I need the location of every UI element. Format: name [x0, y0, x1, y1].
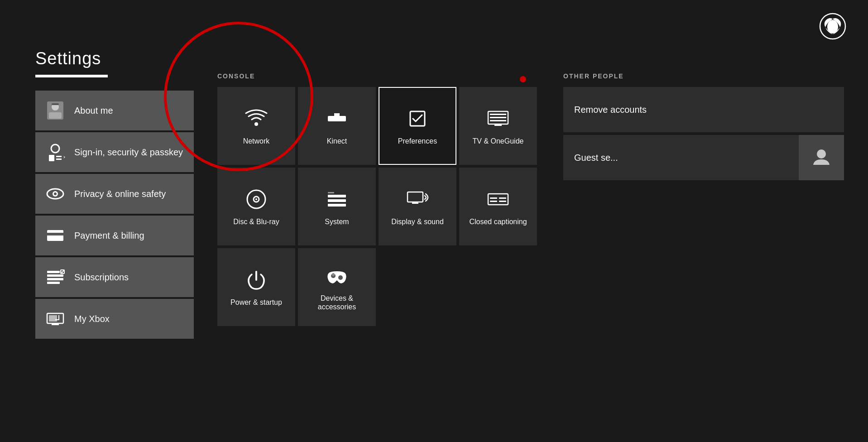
card-icon [44, 225, 66, 246]
svg-point-48 [338, 275, 343, 280]
svg-rect-8 [56, 156, 62, 157]
svg-rect-25 [328, 116, 346, 121]
svg-rect-44 [490, 201, 497, 202]
xbox-small-icon [44, 308, 66, 330]
svg-point-6 [51, 144, 59, 153]
sidebar-item-subscriptions[interactable]: Subscriptions [35, 257, 194, 297]
svg-rect-26 [334, 113, 340, 116]
tile-remove-accounts[interactable]: Remove accounts [563, 87, 844, 132]
progress-bar [35, 75, 108, 77]
tile-network-label: Network [240, 137, 273, 145]
other-people-tiles: Remove accounts Guest se... [563, 87, 844, 180]
svg-rect-16 [47, 271, 60, 273]
sidebar-item-subscriptions-label: Subscriptions [74, 272, 129, 283]
system-icon [324, 187, 350, 212]
tile-network[interactable]: Network [217, 87, 295, 165]
cc-icon [485, 187, 511, 212]
svg-rect-42 [488, 194, 508, 205]
svg-rect-15 [47, 233, 63, 235]
svg-rect-40 [408, 192, 423, 202]
signin-icon [44, 141, 66, 163]
svg-rect-37 [328, 199, 346, 202]
tile-tv-oneguide[interactable]: TV & OneGuide [459, 87, 537, 165]
console-section-label: CONSOLE [217, 72, 561, 80]
tile-kinect-label: Kinect [323, 137, 350, 145]
svg-rect-18 [47, 278, 63, 280]
sidebar-item-my-xbox-label: My Xbox [74, 313, 110, 324]
xbox-logo [819, 13, 846, 40]
svg-rect-32 [494, 124, 502, 126]
svg-rect-39 [328, 192, 334, 193]
tile-tv-oneguide-label: TV & OneGuide [469, 137, 528, 145]
tile-system[interactable]: System [298, 168, 376, 245]
list-icon [44, 266, 66, 288]
sidebar-item-about-me[interactable]: About me [35, 91, 194, 130]
tile-disc-bluray-label: Disc & Blu-ray [230, 217, 283, 226]
sidebar-item-privacy[interactable]: Privacy & online safety [35, 174, 194, 214]
tile-closed-captioning[interactable]: Closed captioning [459, 168, 537, 245]
tile-preferences[interactable]: Preferences [379, 87, 456, 165]
other-people-section-label: OTHER PEOPLE [563, 72, 844, 80]
tile-kinect[interactable]: Kinect [298, 87, 376, 165]
tile-devices-accessories[interactable]: Devices & accessories [298, 248, 376, 326]
svg-rect-29 [490, 114, 506, 115]
tile-display-sound-label: Display & sound [388, 217, 447, 226]
svg-rect-17 [47, 274, 63, 277]
tile-power-startup[interactable]: Power & startup [217, 248, 295, 326]
tile-display-sound[interactable]: Display & sound [379, 168, 456, 245]
sidebar: About me Sign-in, security & passkey Pri… [35, 91, 194, 339]
svg-rect-46 [499, 201, 506, 202]
svg-rect-36 [328, 195, 346, 197]
svg-rect-31 [490, 120, 506, 121]
sidebar-item-privacy-label: Privacy & online safety [74, 188, 166, 199]
svg-marker-10 [62, 156, 65, 159]
wifi-icon [244, 106, 269, 131]
notification-dot [520, 76, 526, 82]
sidebar-item-sign-in[interactable]: Sign-in, security & passkey [35, 132, 194, 172]
svg-point-51 [817, 149, 826, 159]
disc-icon [244, 187, 269, 212]
checkbox-icon [405, 106, 430, 131]
svg-rect-50 [332, 273, 334, 276]
eye-icon [44, 183, 66, 205]
guest-avatar [799, 135, 844, 180]
tile-preferences-label: Preferences [394, 137, 441, 145]
sidebar-item-my-xbox[interactable]: My Xbox [35, 299, 194, 339]
svg-rect-23 [49, 315, 57, 322]
svg-rect-19 [47, 282, 60, 284]
svg-rect-41 [412, 202, 418, 204]
tile-system-label: System [321, 217, 352, 226]
power-icon [244, 267, 269, 293]
svg-point-35 [255, 198, 257, 200]
svg-point-24 [254, 122, 258, 126]
tile-power-startup-label: Power & startup [227, 298, 286, 307]
guest-settings-label: Guest se... [563, 153, 618, 163]
controller-icon [324, 263, 350, 288]
sidebar-item-sign-in-label: Sign-in, security & passkey [74, 147, 183, 158]
kinect-icon [324, 106, 350, 131]
svg-rect-4 [49, 112, 62, 119]
svg-rect-30 [490, 117, 506, 118]
page-title: Settings [35, 49, 101, 68]
tile-devices-accessories-label: Devices & accessories [298, 294, 376, 311]
sidebar-item-payment-label: Payment & billing [74, 230, 144, 241]
svg-rect-43 [490, 197, 497, 199]
sidebar-item-payment[interactable]: Payment & billing [35, 216, 194, 255]
tile-disc-bluray[interactable]: Disc & Blu-ray [217, 168, 295, 245]
console-tiles-grid: Network Kinect Preferences [217, 87, 561, 326]
tvguide-icon [485, 106, 511, 131]
svg-rect-45 [499, 197, 506, 199]
svg-rect-9 [56, 159, 62, 160]
display-icon [405, 187, 430, 212]
svg-rect-22 [52, 323, 59, 325]
remove-accounts-label: Remove accounts [574, 105, 647, 115]
tile-closed-captioning-label: Closed captioning [465, 217, 530, 226]
person-icon [44, 100, 66, 121]
svg-point-13 [54, 192, 57, 195]
svg-rect-5 [52, 103, 59, 105]
svg-rect-7 [49, 155, 54, 161]
svg-point-1 [827, 20, 838, 34]
tile-guest-settings[interactable]: Guest se... [563, 135, 844, 180]
sidebar-item-about-me-label: About me [74, 105, 113, 116]
console-section: CONSOLE Network Kinect [217, 72, 561, 326]
